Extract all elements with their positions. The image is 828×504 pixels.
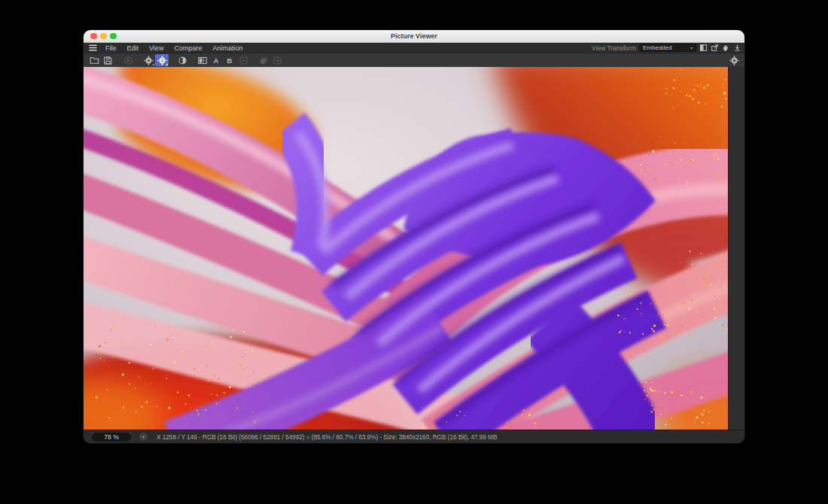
view-transform-value: Embedded (643, 44, 672, 51)
viewer-right-gutter (728, 67, 744, 430)
split-view-icon[interactable] (699, 44, 708, 52)
hamburger-menu-icon[interactable] (89, 44, 97, 51)
menubar-right-controls: View Transform Embedded ▾ (592, 43, 741, 53)
menubar: File Edit View Compare Animation View Tr… (84, 43, 744, 53)
minimize-button[interactable] (100, 33, 107, 40)
picture-viewer-window: Picture Viewer File Edit View Compare An… (84, 30, 744, 443)
desktop-background: Picture Viewer File Edit View Compare An… (0, 0, 828, 504)
menu-view[interactable]: View (144, 44, 169, 52)
view-transform-label: View Transform (592, 44, 636, 52)
swap-ab-icon (236, 54, 250, 66)
maximize-button[interactable] (110, 33, 117, 40)
statusbar: 78 % ▾ X 1258 / Y 146 - RGB (16 Bit) (56… (84, 430, 744, 443)
filter-settings-gear-icon[interactable] (155, 54, 169, 66)
dock-down-icon[interactable] (733, 44, 741, 52)
open-folder-icon[interactable] (87, 54, 101, 66)
stop-render-icon (121, 54, 135, 66)
titlebar[interactable]: Picture Viewer (84, 30, 744, 43)
render-settings-icon[interactable] (727, 54, 741, 66)
toolbar: A B (84, 53, 744, 67)
chevron-down-icon: ▾ (690, 46, 693, 50)
traffic-lights (90, 30, 117, 42)
export-icon (270, 54, 284, 66)
ram-settings-gear-icon[interactable] (142, 54, 155, 66)
menu-animation[interactable]: Animation (207, 44, 248, 52)
save-icon[interactable] (101, 54, 114, 66)
menu-edit[interactable]: Edit (122, 44, 145, 52)
rendered-image-canvas[interactable] (84, 67, 728, 430)
pan-hand-icon[interactable] (722, 44, 730, 52)
pixel-info-status: X 1258 / Y 146 - RGB (16 Bit) (56096 / 5… (157, 433, 497, 441)
menu-compare[interactable]: Compare (169, 44, 207, 52)
contrast-icon[interactable] (175, 54, 189, 66)
viewer-content (84, 67, 744, 430)
view-transform-select[interactable]: Embedded ▾ (639, 44, 696, 52)
abstract-3d-render (84, 67, 728, 430)
copy-icon (257, 54, 270, 66)
version-a-button[interactable]: A (209, 54, 223, 66)
open-new-window-icon[interactable] (711, 44, 719, 52)
menu-file[interactable]: File (100, 44, 122, 52)
window-title: Picture Viewer (84, 32, 744, 40)
close-button[interactable] (90, 33, 97, 40)
version-b-button[interactable]: B (223, 54, 236, 66)
zoom-level-field[interactable]: 78 % (92, 433, 131, 442)
compare-ab-icon[interactable] (196, 54, 209, 66)
zoom-dropdown-button[interactable]: ▾ (139, 433, 148, 441)
